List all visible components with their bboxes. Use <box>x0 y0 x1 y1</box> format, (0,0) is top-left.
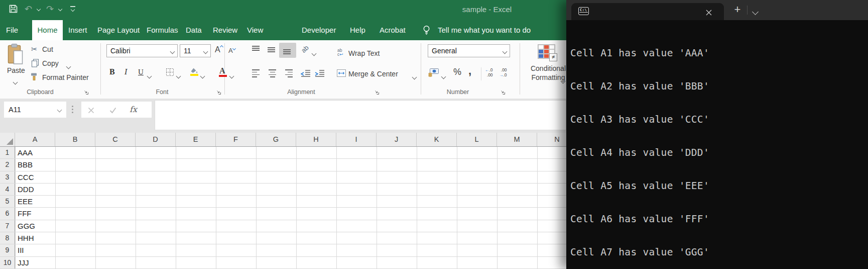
close-tab-icon[interactable] <box>706 9 712 18</box>
row-header[interactable]: 1 <box>0 147 15 158</box>
bottom-align-button[interactable] <box>283 46 293 55</box>
tab-home[interactable]: Home <box>32 20 63 40</box>
tab-file[interactable]: File <box>6 20 18 40</box>
merge-center-dropdown-icon[interactable] <box>413 72 416 80</box>
new-tab-button[interactable]: + <box>730 2 745 18</box>
cut-button[interactable]: Cut <box>42 45 53 53</box>
tab-help[interactable]: Help <box>350 20 365 40</box>
orientation-dropdown-icon[interactable] <box>312 49 316 57</box>
align-left-button[interactable] <box>252 69 262 77</box>
grow-font-button[interactable]: A <box>215 45 223 54</box>
formula-input[interactable] <box>155 100 566 130</box>
enter-icon[interactable] <box>109 107 116 116</box>
undo-dropdown-icon[interactable] <box>37 8 40 11</box>
percent-style-button[interactable]: % <box>453 67 461 77</box>
font-dialog-launcher-icon[interactable] <box>216 88 221 97</box>
tab-developer[interactable]: Developer <box>302 20 336 40</box>
alignment-dialog-launcher-icon[interactable] <box>374 88 380 97</box>
tab-review[interactable]: Review <box>213 20 237 40</box>
row-header[interactable]: 4 <box>0 184 15 195</box>
tab-formulas[interactable]: Formulas <box>147 20 178 40</box>
fill-color-icon[interactable] <box>190 67 198 75</box>
cell-a3[interactable]: CCC <box>15 171 34 183</box>
cancel-icon[interactable] <box>88 107 94 116</box>
chevron-down-icon[interactable] <box>503 49 508 54</box>
column-header-b[interactable]: B <box>55 133 95 146</box>
cell-a1[interactable]: AAA <box>15 147 33 158</box>
redo-dropdown-icon[interactable] <box>59 8 62 11</box>
row-header[interactable]: 6 <box>0 208 15 219</box>
row-header[interactable]: 10 <box>0 257 15 268</box>
cell-a4[interactable]: DDD <box>15 184 34 195</box>
decrease-indent-icon[interactable] <box>300 69 311 79</box>
copy-button[interactable]: Copy <box>42 59 59 67</box>
clipboard-dialog-launcher-icon[interactable] <box>83 88 89 97</box>
merge-center-button[interactable]: Merge & Center <box>348 70 398 78</box>
column-header-d[interactable]: D <box>136 133 176 146</box>
number-format-combo[interactable]: General <box>428 44 510 57</box>
cell-a7[interactable]: GGG <box>15 220 35 232</box>
wrap-text-button[interactable]: Wrap Text <box>348 49 380 57</box>
increase-decimal-button[interactable]: ←.0 .00 <box>485 68 493 77</box>
row-header[interactable]: 8 <box>0 232 15 244</box>
bold-button[interactable]: B <box>109 67 115 76</box>
orientation-icon[interactable]: ab <box>300 44 310 54</box>
align-right-button[interactable] <box>283 69 293 77</box>
row-header[interactable]: 7 <box>0 220 15 232</box>
chevron-down-icon[interactable] <box>170 49 175 54</box>
underline-dropdown-icon[interactable] <box>148 71 151 79</box>
tab-page-layout[interactable]: Page Layout <box>97 20 140 40</box>
tab-data[interactable]: Data <box>186 20 202 40</box>
accounting-dropdown-icon[interactable] <box>442 72 445 80</box>
name-box[interactable]: A11 <box>4 102 66 118</box>
row-header[interactable]: 9 <box>0 244 15 256</box>
column-header-m[interactable]: M <box>497 133 537 146</box>
column-header-a[interactable]: A <box>15 133 55 146</box>
copy-dropdown-icon[interactable] <box>67 62 70 70</box>
top-align-button[interactable] <box>252 45 262 54</box>
insert-function-icon[interactable]: fx <box>130 105 137 114</box>
column-header-n[interactable]: N <box>537 133 566 146</box>
row-header[interactable]: 5 <box>0 196 15 207</box>
column-header-g[interactable]: G <box>256 133 296 146</box>
decrease-decimal-button[interactable]: .00 →.0 <box>499 68 507 77</box>
cell-a6[interactable]: FFF <box>15 208 32 219</box>
column-header-c[interactable]: C <box>95 133 136 146</box>
row-header[interactable]: 3 <box>0 171 15 183</box>
paste-dropdown-icon[interactable] <box>14 77 17 85</box>
column-header-e[interactable]: E <box>176 133 216 146</box>
cell-a2[interactable]: BBB <box>15 159 33 170</box>
column-header-l[interactable]: L <box>457 133 497 146</box>
column-header-f[interactable]: F <box>216 133 256 146</box>
font-name-combo[interactable]: Calibri <box>106 44 178 57</box>
font-color-dropdown-icon[interactable] <box>230 71 233 79</box>
cell-a8[interactable]: HHH <box>15 232 34 244</box>
comma-style-button[interactable]: , <box>468 64 471 77</box>
conditional-formatting-button-line2[interactable]: Formatting <box>523 73 566 81</box>
column-header-j[interactable]: J <box>377 133 417 146</box>
tell-me-search[interactable]: Tell me what you want to do <box>438 20 531 40</box>
select-all-corner[interactable] <box>0 133 15 146</box>
cell-a10[interactable]: JJJ <box>15 257 29 268</box>
paste-clipboard-icon[interactable] <box>8 43 24 67</box>
terminal-tab[interactable]: C:\ <box>571 3 724 20</box>
conditional-formatting-button[interactable]: Conditional <box>523 64 566 72</box>
borders-dropdown-icon[interactable] <box>177 71 180 79</box>
chevron-down-icon[interactable] <box>203 49 208 54</box>
save-icon[interactable] <box>9 4 18 14</box>
shrink-font-button[interactable]: A <box>228 47 235 54</box>
tab-dropdown-icon[interactable] <box>753 7 758 16</box>
tab-acrobat[interactable]: Acrobat <box>380 20 406 40</box>
align-center-button[interactable] <box>268 69 277 77</box>
paste-button[interactable]: Paste <box>7 66 25 74</box>
terminal-output[interactable]: Cell A1 has value 'AAA' Cell A2 has valu… <box>566 20 868 269</box>
column-header-i[interactable]: I <box>336 133 377 146</box>
middle-align-button[interactable] <box>268 45 277 54</box>
font-size-combo[interactable]: 11 <box>180 44 211 57</box>
number-dialog-launcher-icon[interactable] <box>500 88 506 97</box>
accounting-format-icon[interactable] <box>428 68 439 78</box>
undo-icon[interactable]: ↶ <box>25 4 32 15</box>
redo-icon[interactable]: ↷ <box>46 4 54 15</box>
name-box-dropdown-icon[interactable] <box>57 108 62 113</box>
underline-button[interactable]: U <box>138 68 144 76</box>
